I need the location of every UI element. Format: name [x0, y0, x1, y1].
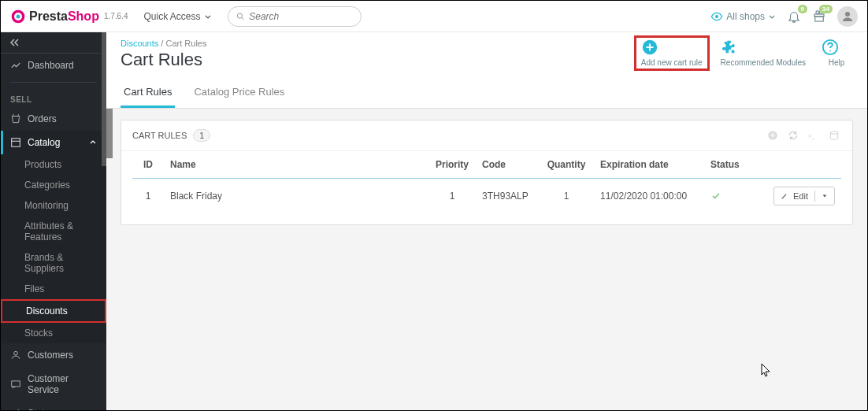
svg-point-13	[14, 351, 18, 355]
panel-sql-icon[interactable]: >_	[807, 128, 821, 143]
tabs: Cart Rules Catalog Price Rules	[121, 78, 853, 108]
recommended-modules-label: Recommended Modules	[721, 58, 806, 67]
svg-point-6	[816, 10, 819, 13]
chevron-up-icon	[89, 139, 97, 146]
sidebar-label-orders: Orders	[28, 113, 57, 124]
svg-point-10	[845, 12, 850, 17]
svg-text:>_: >_	[808, 132, 815, 139]
table-wrap: ID Name Priority Code Quantity Expiratio…	[121, 151, 852, 224]
edit-divider	[814, 191, 815, 202]
cart-rules-panel: CART RULES 1 >_ ID Name Priority	[121, 120, 853, 225]
customers-icon	[10, 350, 21, 361]
subnav-monitoring[interactable]: Monitoring	[1, 195, 106, 216]
sidebar-item-stats[interactable]: Stats	[1, 402, 106, 410]
customer-service-icon	[10, 379, 21, 390]
orders-icon	[10, 113, 21, 124]
cell-name: Black Friday	[164, 179, 428, 214]
brand-logo[interactable]: PrestaShop	[10, 9, 99, 24]
cell-code: 3TH93ALP	[476, 179, 539, 214]
col-quantity[interactable]: Quantity	[539, 151, 594, 179]
catalog-subnav: Products Categories Monitoring Attribute…	[1, 154, 106, 343]
sidebar-item-customers[interactable]: Customers	[1, 343, 106, 367]
col-id[interactable]: ID	[132, 151, 164, 179]
panel-refresh-icon[interactable]	[786, 128, 800, 143]
subnav-stocks[interactable]: Stocks	[1, 323, 106, 343]
check-icon	[710, 191, 721, 201]
sidebar-item-customer-service[interactable]: Customer Service	[1, 367, 106, 402]
panel-export-icon[interactable]	[827, 128, 841, 143]
edit-button[interactable]: Edit	[773, 187, 835, 206]
subnav-files[interactable]: Files	[1, 279, 106, 299]
svg-point-34	[830, 131, 837, 135]
sidebar-label-customers: Customers	[28, 350, 73, 361]
gift-badge: 34	[819, 5, 833, 13]
plus-circle-icon	[641, 39, 703, 56]
cell-status	[704, 179, 767, 214]
brand-text-presta: Presta	[29, 9, 68, 24]
nav-divider	[10, 82, 97, 83]
sidebar-section-sell: SELL	[1, 87, 106, 107]
col-code[interactable]: Code	[476, 151, 539, 179]
version-label: 1.7.6.4	[104, 12, 128, 20]
sidebar-item-orders[interactable]: Orders	[1, 107, 106, 131]
col-name[interactable]: Name	[164, 151, 428, 179]
col-status[interactable]: Status	[704, 151, 767, 179]
search-icon	[236, 12, 245, 21]
svg-point-5	[715, 15, 718, 18]
panel-tools: >_	[766, 128, 841, 143]
cell-actions: Edit	[767, 179, 841, 214]
sidebar-item-dashboard[interactable]: Dashboard	[1, 54, 106, 77]
search-box[interactable]	[228, 6, 362, 27]
subnav-products[interactable]: Products	[1, 154, 106, 175]
page-actions: Add new cart rule Recommended Modules He…	[634, 35, 856, 71]
shop-selector[interactable]: All shops	[710, 10, 776, 23]
subnav-attributes[interactable]: Attributes & Features	[1, 216, 106, 247]
notifications-icon[interactable]: 9	[787, 9, 801, 24]
catalog-icon	[10, 137, 21, 148]
add-cart-rule-button[interactable]: Add new cart rule	[634, 35, 710, 71]
breadcrumb-parent[interactable]: Discounts	[121, 39, 158, 48]
puzzle-icon	[721, 39, 806, 56]
sidebar-label-catalog: Catalog	[28, 137, 60, 148]
sidebar-collapse-button[interactable]	[1, 32, 106, 54]
cell-priority: 1	[428, 179, 476, 214]
dashboard-icon	[10, 60, 21, 71]
tab-catalog-price-rules[interactable]: Catalog Price Rules	[191, 78, 287, 108]
content-body: CART RULES 1 >_ ID Name Priority	[106, 109, 867, 236]
search-input[interactable]	[249, 11, 352, 22]
quick-access-dropdown[interactable]: Quick Access	[144, 11, 212, 22]
quick-access-label: Quick Access	[144, 11, 201, 22]
col-expiration[interactable]: Expiration date	[594, 151, 704, 179]
svg-line-4	[241, 17, 243, 20]
svg-rect-17	[17, 409, 19, 410]
help-icon	[822, 39, 851, 56]
notification-badge: 9	[798, 5, 807, 13]
pencil-icon	[781, 192, 788, 200]
sidebar-label-stats: Stats	[28, 408, 49, 410]
cell-quantity: 1	[539, 179, 594, 214]
add-cart-rule-label: Add new cart rule	[641, 58, 703, 67]
gift-icon[interactable]: 34	[812, 9, 826, 24]
recommended-modules-button[interactable]: Recommended Modules	[716, 35, 811, 71]
subnav-brands[interactable]: Brands & Suppliers	[1, 247, 106, 279]
panel-add-icon[interactable]	[766, 128, 780, 143]
tab-cart-rules[interactable]: Cart Rules	[121, 78, 175, 108]
top-header: PrestaShop 1.7.6.4 Quick Access All shop…	[1, 1, 867, 32]
table-row[interactable]: 1 Black Friday 1 3TH93ALP 1 11/02/2020 0…	[132, 179, 841, 214]
subnav-categories[interactable]: Categories	[1, 175, 106, 195]
subnav-discounts[interactable]: Discounts	[1, 299, 106, 323]
svg-point-29	[829, 50, 831, 52]
col-priority[interactable]: Priority	[428, 151, 476, 179]
user-avatar[interactable]	[837, 6, 858, 27]
svg-rect-9	[815, 17, 824, 21]
help-label: Help	[822, 58, 851, 67]
edit-label: Edit	[793, 191, 808, 201]
help-button[interactable]: Help	[817, 35, 856, 71]
sidebar-item-catalog[interactable]: Catalog	[1, 131, 106, 154]
cart-rules-table: ID Name Priority Code Quantity Expiratio…	[132, 151, 841, 213]
panel-header: CART RULES 1 >_	[121, 120, 852, 151]
svg-rect-14	[12, 381, 20, 387]
main-content: Discounts / Cart Rules Cart Rules Add ne…	[106, 32, 867, 410]
svg-point-2	[17, 14, 20, 18]
panel-title: CART RULES	[132, 131, 187, 140]
